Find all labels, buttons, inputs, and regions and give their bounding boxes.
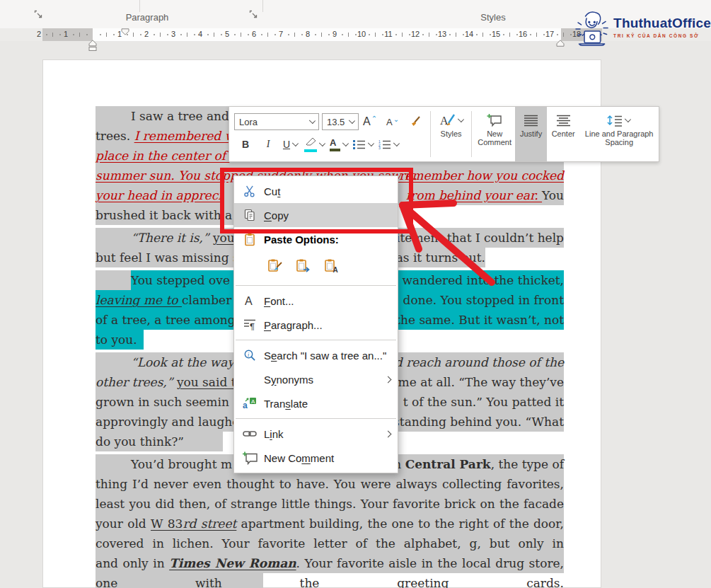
text-segment: you said t (177, 375, 236, 389)
grow-font-icon: A (363, 115, 371, 128)
line-right-text: n Central Park, the type of (393, 454, 564, 474)
merge-formatting-button[interactable] (292, 255, 315, 278)
person-laptop-illustration (572, 1, 612, 52)
empty-icon-slot (241, 372, 258, 386)
svg-text:A: A (251, 398, 255, 405)
chevron-down-icon (457, 116, 463, 122)
keep-source-formatting-icon (267, 258, 283, 275)
document-line[interactable]: covered in lichen. Your favorite letter … (0, 534, 711, 553)
svg-text:i: i (248, 351, 249, 357)
line-left-text: trees. I remembered wi (96, 126, 239, 146)
text-segment: your head in appreci (96, 188, 222, 202)
line-right-text: t of the sun.” You patted it (403, 392, 564, 412)
link-icon (241, 427, 258, 441)
line-left-text: of a tree, a tree among (96, 310, 236, 330)
bold-button[interactable]: B (234, 134, 257, 155)
styles-icon: A (439, 113, 456, 127)
menu-item-label: Search "I saw a tree an..." (264, 350, 392, 362)
keep-text-only-button[interactable]: A (320, 255, 343, 278)
chevron-down-icon (368, 140, 374, 146)
svg-text:a: a (243, 400, 248, 410)
new-comment-button[interactable]: New Comment (474, 107, 515, 161)
line-right-text: standing behind you. “What (393, 412, 564, 432)
styles-label: Styles (441, 129, 462, 138)
menu-item-link[interactable]: Link (234, 422, 398, 446)
font-icon: A (241, 294, 258, 308)
search-icon: i (241, 348, 258, 362)
font-size-combo[interactable]: 13.5 (322, 113, 359, 130)
text-segment: but feel I was missing s (96, 250, 239, 265)
styles-button[interactable]: A Styles (433, 107, 469, 161)
text-segment: You’d brought m (131, 457, 232, 471)
underline-button[interactable]: U (279, 134, 302, 155)
line-left-text: leaving me to clamber (96, 290, 231, 310)
text-segment: approvingly and laughe (96, 415, 239, 429)
menu-separator (236, 285, 396, 286)
document-line[interactable]: one with the greeting cards. (0, 573, 711, 588)
justify-button[interactable]: Justify (515, 107, 547, 161)
menu-item-search-i-saw-a-tree-an[interactable]: iSearch "I saw a tree an..." (234, 343, 398, 367)
toolbar-divider (471, 111, 472, 157)
line-spacing-button[interactable]: Line and Paragraph Spacing (579, 107, 659, 161)
shrink-font-button[interactable]: A⌄ (381, 111, 404, 132)
thuthuatoffice-logo: ThuthuatOffice TRI KỶ CỦA DÂN CÔNG SỞ (572, 1, 711, 52)
document-line[interactable]: thing I’d never even thought to have. Yo… (0, 474, 711, 494)
chevron-down-icon (309, 117, 316, 124)
italic-button[interactable]: I (257, 134, 279, 155)
line-full-text: one with the greeting cards. (96, 573, 564, 588)
text-segment: “Look at the way (131, 355, 234, 369)
line-right-text: , as it turns out. (388, 248, 485, 267)
menu-item-synonyms[interactable]: Synonyms (234, 367, 398, 391)
keep-source-formatting-button[interactable] (264, 255, 287, 278)
word-application-window: Paragraph Styles 21123456789101112131415… (0, 0, 711, 588)
line-right-text: done. You stopped in front (403, 290, 564, 310)
text-segment: your old (96, 517, 151, 531)
menu-item-label: Paste Options: (264, 234, 392, 246)
document-line[interactable]: least you did then, of strange little th… (0, 494, 711, 514)
shrink-font-icon: A (386, 117, 393, 127)
mini-formatting-toolbar: Lora 13.5 A⌃ A⌄ B I U (229, 106, 659, 162)
menu-item-new-comment[interactable]: New Comment (234, 446, 398, 470)
text-segment: remember how you cocked (399, 168, 564, 183)
menu-item-paragraph[interactable]: ¶Paragraph... (234, 313, 398, 337)
grow-font-button[interactable]: A⌃ (359, 111, 381, 132)
logo-tagline: TRI KỶ CỦA DÂN CÔNG SỞ (613, 33, 711, 38)
bullets-button[interactable] (351, 134, 376, 155)
text-highlight-button[interactable] (302, 134, 328, 155)
svg-text:A: A (333, 266, 338, 273)
line-left-text: “There it is,” you (131, 228, 235, 248)
line-right-text: remember how you cocked (399, 166, 564, 185)
line-full-text: your old W 83rd street apartment buildin… (96, 514, 564, 534)
keep-text-only-icon: A (324, 258, 340, 275)
text-segment: nd reach around those of the (387, 355, 564, 369)
chevron-down-icon (342, 140, 349, 146)
line-right-text: from behind your ear. You (406, 185, 564, 205)
line-right-text: wandered into the thicket, (403, 270, 565, 290)
line-right-text: itement that I couldn’t help (396, 228, 564, 248)
line-spacing-label: Line and Paragraph Spacing (582, 129, 656, 146)
chevron-down-icon (319, 140, 325, 146)
text-segment: place in the center of (96, 149, 229, 163)
line-right-text: the same. But it wasn’t, not (395, 310, 564, 330)
center-button[interactable]: Center (547, 107, 579, 161)
numbering-button[interactable]: 123 (376, 134, 402, 155)
text-segment: of a tree, a tree among (96, 313, 236, 327)
line-left-text: grown in such seemin (96, 392, 229, 412)
text-segment: me at all. “The way they’ve (398, 375, 564, 389)
menu-item-translate[interactable]: aATranslate (234, 391, 398, 415)
format-painter-button[interactable] (404, 111, 427, 132)
translate-icon: aA (241, 396, 258, 410)
line-left-text: but feel I was missing s (96, 248, 239, 267)
chevron-down-icon (625, 116, 631, 122)
text-segment: leaving me to (96, 293, 182, 307)
text-segment: , as it turns out. (388, 250, 485, 265)
menu-item-font[interactable]: AFont... (234, 289, 398, 313)
document-line[interactable]: and only in Times New Roman. Your favori… (0, 553, 711, 573)
font-color-button[interactable]: A (328, 134, 351, 155)
document-line[interactable]: your old W 83rd street apartment buildin… (0, 514, 711, 534)
font-name-combo[interactable]: Lora (234, 113, 319, 130)
chevron-down-icon (292, 140, 299, 146)
svg-text:A: A (245, 295, 253, 307)
format-painter-icon (409, 115, 422, 128)
annotation-highlight-box (220, 168, 413, 234)
